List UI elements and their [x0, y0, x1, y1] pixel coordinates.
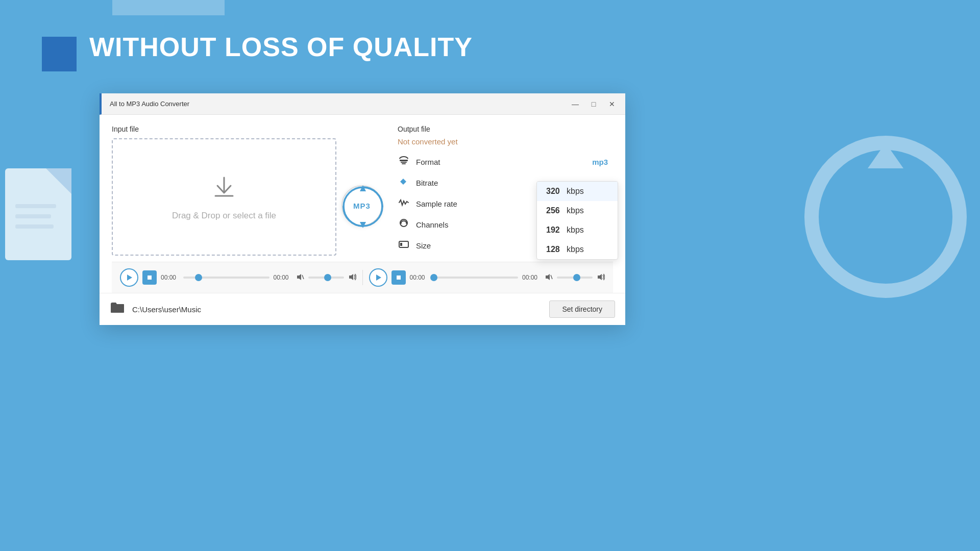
- input-panel: Input file Drag & Drop or select a file: [112, 125, 336, 256]
- arrow-decoration: [796, 128, 975, 306]
- bitrate-dropdown: 320 kbps 256 kbps 192 kbps 128 kbps: [536, 181, 618, 260]
- channels-icon: [398, 218, 410, 232]
- right-time-start: 00:00: [410, 274, 428, 281]
- bitrate-256[interactable]: 256 kbps: [537, 201, 618, 220]
- svg-rect-9: [400, 160, 408, 161]
- bitrate-128-value: 128: [546, 245, 565, 254]
- bitrate-192[interactable]: 192 kbps: [537, 220, 618, 240]
- right-seek-track[interactable]: [432, 277, 519, 279]
- bg-decoration-top: [112, 0, 225, 15]
- directory-bar: C:\Users\user\Music Set directory: [100, 293, 625, 325]
- svg-marker-19: [297, 274, 301, 280]
- svg-marker-21: [349, 274, 353, 280]
- svg-rect-11: [402, 163, 406, 164]
- svg-point-13: [400, 222, 402, 224]
- format-label: Format: [416, 158, 440, 166]
- svg-rect-3: [15, 214, 51, 218]
- svg-rect-2: [15, 204, 56, 208]
- player-separator: [362, 270, 363, 285]
- sample-rate-label: Sample rate: [416, 199, 457, 208]
- window-title: All to MP3 Audio Converter: [110, 100, 189, 108]
- maximize-button[interactable]: □: [589, 99, 599, 109]
- output-label: Output file: [398, 125, 613, 133]
- bitrate-128[interactable]: 128 kbps: [537, 240, 618, 259]
- svg-marker-22: [376, 274, 381, 281]
- right-volume-track[interactable]: [557, 277, 593, 279]
- bitrate-192-unit: kbps: [567, 226, 584, 235]
- bitrate-256-unit: kbps: [567, 206, 584, 215]
- right-time-end: 00:00: [522, 274, 541, 281]
- format-row: Format mp3: [398, 155, 613, 169]
- left-play-button[interactable]: [120, 268, 138, 287]
- not-converted-status: Not converted yet: [398, 137, 613, 146]
- size-label: Size: [416, 241, 431, 250]
- format-value[interactable]: mp3: [592, 158, 608, 166]
- arrows-icon: [340, 184, 385, 229]
- player-bar: 00:00 00:00 00:00: [112, 262, 613, 293]
- close-button[interactable]: ✕: [607, 99, 617, 109]
- right-volume-icon: [597, 273, 605, 283]
- channels-label: Channels: [416, 220, 448, 229]
- right-play-button[interactable]: [369, 268, 387, 287]
- left-time-end: 00:00: [274, 274, 292, 281]
- left-volume-track[interactable]: [308, 277, 344, 279]
- left-time-start: 00:00: [161, 274, 179, 281]
- titlebar: All to MP3 Audio Converter — □ ✕: [100, 93, 625, 115]
- format-icon: [398, 155, 410, 169]
- main-window: All to MP3 Audio Converter — □ ✕ Input f…: [100, 93, 625, 325]
- svg-rect-4: [15, 224, 54, 229]
- right-stop-button[interactable]: [391, 270, 406, 285]
- right-mute-button[interactable]: [545, 273, 553, 283]
- svg-point-14: [406, 222, 408, 224]
- svg-rect-16: [400, 243, 402, 246]
- svg-rect-18: [148, 276, 152, 280]
- mp3-circle[interactable]: MP3: [341, 185, 382, 226]
- panels-container: Input file Drag & Drop or select a file: [112, 125, 613, 256]
- svg-line-20: [302, 275, 304, 279]
- left-seek-track[interactable]: [183, 277, 270, 279]
- drop-zone[interactable]: Drag & Drop or select a file: [112, 138, 336, 256]
- bitrate-256-value: 256: [546, 206, 565, 215]
- sample-rate-icon: [398, 197, 410, 211]
- bitrate-320[interactable]: 320 kbps: [537, 182, 618, 201]
- svg-rect-23: [397, 276, 401, 280]
- size-icon: [398, 239, 410, 253]
- left-mute-button[interactable]: [296, 273, 304, 283]
- background-title: WITHOUT LOSS OF QUALITY: [89, 32, 473, 62]
- svg-line-25: [551, 275, 552, 279]
- bitrate-128-unit: kbps: [567, 245, 584, 254]
- left-volume-icon: [348, 273, 356, 283]
- svg-marker-26: [598, 274, 602, 280]
- output-panel: Output file Not converted yet Format mp3: [387, 125, 613, 256]
- right-volume-thumb[interactable]: [573, 274, 580, 281]
- left-seek-thumb[interactable]: [195, 274, 202, 281]
- content-area: Input file Drag & Drop or select a file: [100, 115, 625, 293]
- right-seek-thumb[interactable]: [430, 274, 437, 281]
- bg-blue-square: [42, 37, 77, 71]
- mp3-converter-button[interactable]: MP3: [336, 125, 387, 256]
- bitrate-label: Bitrate: [416, 179, 438, 187]
- svg-marker-7: [360, 185, 366, 191]
- bitrate-icon: [398, 176, 410, 190]
- minimize-button[interactable]: —: [570, 99, 580, 109]
- set-directory-button[interactable]: Set directory: [549, 300, 615, 318]
- input-label: Input file: [112, 125, 336, 133]
- window-controls: — □ ✕: [570, 99, 617, 109]
- folder-icon: [110, 301, 125, 317]
- svg-marker-17: [127, 274, 132, 281]
- doc-decoration: [0, 158, 87, 276]
- directory-path: C:\Users\user\Music: [132, 305, 542, 314]
- bitrate-320-value: 320: [546, 187, 565, 196]
- left-stop-button[interactable]: [142, 270, 157, 285]
- svg-marker-8: [360, 222, 366, 228]
- svg-rect-10: [401, 162, 407, 163]
- drop-text: Drag & Drop or select a file: [172, 211, 276, 221]
- svg-marker-24: [546, 274, 550, 280]
- bitrate-320-unit: kbps: [567, 187, 584, 196]
- left-volume-thumb[interactable]: [324, 274, 331, 281]
- bitrate-192-value: 192: [546, 226, 565, 235]
- download-icon: [210, 173, 238, 202]
